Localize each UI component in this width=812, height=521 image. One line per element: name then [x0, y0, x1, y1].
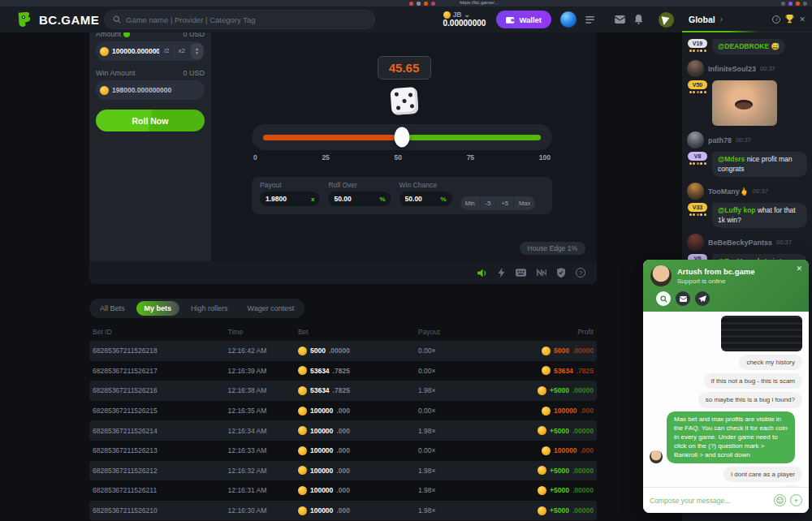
- chance-quick-buttons: Min-5+5Max: [460, 196, 536, 210]
- bcgame-logo[interactable]: BC.GAME: [15, 11, 99, 28]
- support-message: check my history: [650, 355, 802, 370]
- chat-rules-info-icon[interactable]: i: [772, 15, 780, 24]
- table-row[interactable]: 6828536721152621812:16:42 AM5000.000000.…: [89, 341, 597, 361]
- bet-id-cell: 68285367211526218: [93, 347, 228, 355]
- profit-cell: 5000.00000: [494, 347, 594, 355]
- support-compose-input[interactable]: [650, 497, 770, 505]
- chat-user-avatar[interactable]: [687, 234, 704, 251]
- fairness-shield-icon[interactable]: [557, 268, 565, 278]
- vip-avatar[interactable]: [659, 12, 674, 28]
- payout-input[interactable]: [266, 195, 308, 203]
- bet-id-cell: 68285367211526216: [93, 386, 228, 394]
- slider-handle[interactable]: [395, 127, 410, 148]
- user-avatar[interactable]: [560, 11, 577, 28]
- live-stats-icon[interactable]: [537, 269, 546, 277]
- currency-code: JB: [453, 11, 462, 19]
- mention-link[interactable]: @DEADBROKE: [718, 42, 769, 50]
- chat-channel-tab[interactable]: Global: [689, 15, 715, 24]
- chat-user-avatar[interactable]: [687, 131, 704, 149]
- coin-icon: [298, 466, 307, 475]
- column-header: Time: [228, 328, 298, 336]
- notifications-bell-icon[interactable]: [634, 15, 643, 24]
- chat-user-avatar[interactable]: [687, 183, 704, 200]
- wallet-button[interactable]: Wallet: [496, 11, 551, 28]
- support-email-icon[interactable]: [676, 291, 690, 306]
- table-row[interactable]: 6828536721152621112:16:31 AM100000.0001.…: [89, 480, 597, 501]
- turbo-lightning-icon[interactable]: [498, 268, 505, 278]
- bcgame-logo-text: BC.GAME: [39, 13, 99, 27]
- bet-amount-input[interactable]: [109, 47, 159, 55]
- search-icon: [113, 15, 121, 24]
- support-telegram-icon[interactable]: [695, 291, 710, 306]
- double-bet-button[interactable]: x2: [174, 45, 189, 57]
- support-search-icon[interactable]: [656, 291, 671, 306]
- game-toolbar: ?: [89, 261, 597, 284]
- win-amount-input[interactable]: [109, 86, 205, 94]
- table-row[interactable]: 6828536721152621712:16:39 AM53634.78250.…: [89, 361, 597, 381]
- roll-over-input[interactable]: [334, 195, 376, 203]
- mention-link[interactable]: @Luffy kop: [718, 206, 756, 214]
- half-bet-button[interactable]: /2: [159, 45, 174, 57]
- table-row[interactable]: 6828536721152621512:16:35 AM100000.0000.…: [89, 401, 597, 421]
- chance-button-5[interactable]: -5: [480, 196, 496, 210]
- support-message: if this not a bug - this is scam: [650, 373, 802, 389]
- help-icon[interactable]: ?: [576, 268, 585, 278]
- hotkeys-icon[interactable]: [516, 269, 526, 277]
- amount-stepper[interactable]: ▲▼: [191, 43, 203, 59]
- medal-dots: [689, 91, 706, 93]
- time-cell: 12:16:32 AM: [228, 467, 298, 475]
- slider-ticks: 0255075100: [253, 153, 551, 161]
- profit-cell: +5000.00000: [494, 426, 594, 435]
- chat-close-icon[interactable]: ✕: [799, 15, 806, 24]
- bet-id-cell: 68285367211526213: [93, 446, 228, 454]
- coin-icon: [298, 366, 307, 375]
- table-row[interactable]: 6828536721152621212:16:32 AM100000.0001.…: [89, 461, 597, 481]
- chat-bubble: @Mdsrs nice profit man congrats: [712, 152, 807, 177]
- level-badge: V50: [688, 80, 707, 89]
- table-row[interactable]: 6828536721152621012:16:30 AM100000.0001.…: [89, 501, 597, 521]
- chance-button-Min[interactable]: Min: [460, 196, 480, 210]
- chance-button-5[interactable]: +5: [495, 196, 513, 210]
- coin-icon: [538, 426, 546, 435]
- chat-image-crying-baby-meme[interactable]: [712, 80, 777, 126]
- support-status: Support is online: [677, 278, 755, 285]
- chance-button-Max[interactable]: Max: [513, 196, 535, 210]
- game-search-bar[interactable]: [104, 10, 375, 29]
- emoji-icon[interactable]: [774, 494, 786, 506]
- support-close-icon[interactable]: ✕: [796, 265, 802, 273]
- chevron-down-icon: ⌄: [464, 11, 469, 19]
- support-attachment-bet-history-screenshot[interactable]: [721, 316, 802, 351]
- search-input[interactable]: [126, 15, 366, 24]
- table-row[interactable]: 6828536721152621312:16:33 AM100000.0000.…: [89, 441, 597, 461]
- chevron-right-icon[interactable]: ›: [720, 15, 723, 24]
- table-row[interactable]: 6828536721152621612:16:38 AM53634.78251.…: [89, 381, 597, 401]
- tab-all-bets[interactable]: All Bets: [92, 301, 133, 316]
- support-message: so maybe this is a bug i found?: [650, 392, 802, 407]
- attach-plus-icon[interactable]: +: [790, 494, 802, 506]
- support-message: i dont care as a player: [650, 467, 802, 482]
- balance-selector[interactable]: JB⌄ 0.00000000: [443, 11, 486, 28]
- profit-cell: 100000.000: [494, 446, 594, 455]
- column-header: Bet ID: [93, 328, 228, 336]
- mention-link[interactable]: @Mdsrs: [718, 155, 745, 163]
- roll-slider: [252, 124, 552, 150]
- level-badge: V8: [688, 152, 707, 161]
- chat-timestamp: 00:37: [776, 239, 792, 246]
- roll-now-button[interactable]: Roll Now: [96, 110, 205, 131]
- time-cell: 12:16:34 AM: [228, 427, 298, 435]
- inbox-icon[interactable]: [615, 15, 625, 24]
- coin-icon: [538, 466, 546, 475]
- contest-trophy-icon[interactable]: [785, 15, 794, 24]
- menu-icon[interactable]: [585, 16, 594, 24]
- tab-my-bets[interactable]: My bets: [136, 301, 180, 316]
- table-row[interactable]: 6828536721152621412:16:34 AM100000.0001.…: [89, 420, 597, 441]
- coin-icon: [542, 347, 551, 355]
- tab-wager-contest[interactable]: Wager contest: [240, 301, 303, 316]
- win-chance-input[interactable]: [405, 195, 438, 203]
- bet-cell: 5000.00000: [298, 347, 418, 355]
- slider-tick-label: 50: [395, 153, 402, 161]
- chat-user-avatar[interactable]: [687, 60, 704, 77]
- tab-high-rollers[interactable]: High rollers: [183, 301, 236, 316]
- sound-icon[interactable]: [477, 269, 487, 278]
- payout-cell: 1.98×: [418, 386, 494, 394]
